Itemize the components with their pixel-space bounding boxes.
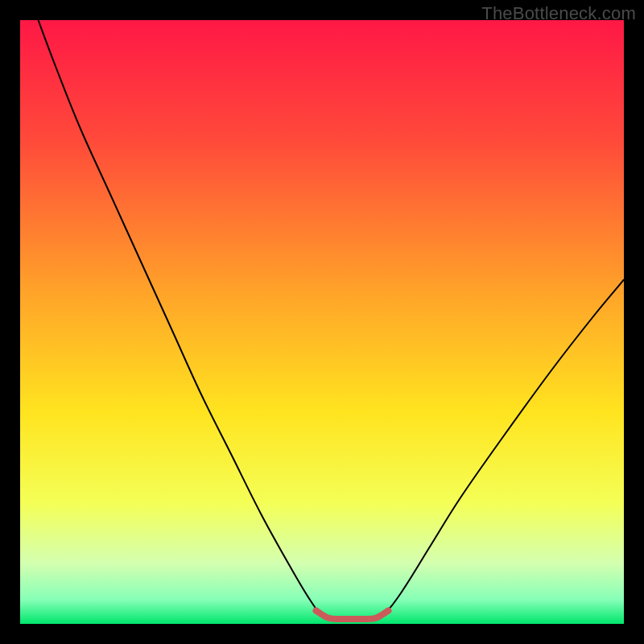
bottleneck-curve [39, 20, 625, 621]
watermark-text: TheBottleneck.com [481, 3, 636, 24]
flat-optimum-band [316, 611, 389, 620]
chart-curves [20, 20, 624, 624]
chart-plot-area [20, 20, 624, 624]
